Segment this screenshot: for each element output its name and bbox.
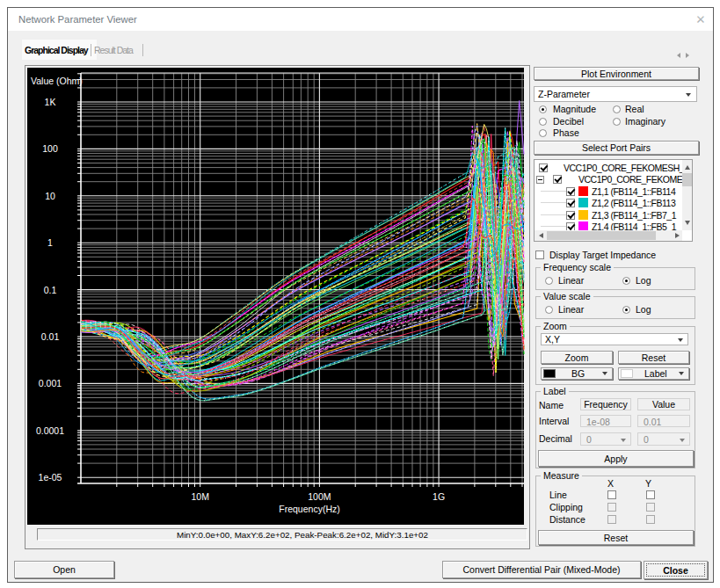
svg-text:10: 10 (45, 191, 55, 201)
svg-text:0.1: 0.1 (44, 285, 57, 295)
svg-text:10M: 10M (191, 491, 208, 502)
svg-text:0.001: 0.001 (39, 378, 62, 388)
svg-text:1: 1 (47, 237, 53, 248)
svg-text:100: 100 (42, 143, 58, 154)
svg-text:Value (Ohm): Value (Ohm) (31, 76, 83, 86)
svg-text:0.01: 0.01 (41, 331, 60, 342)
svg-text:0.0001: 0.0001 (36, 425, 64, 436)
svg-text:Frequency(Hz): Frequency(Hz) (279, 504, 339, 514)
svg-text:100M: 100M (308, 491, 331, 502)
svg-text:1e-05: 1e-05 (39, 472, 62, 483)
svg-text:1G: 1G (433, 491, 445, 502)
svg-text:1K: 1K (45, 97, 56, 107)
